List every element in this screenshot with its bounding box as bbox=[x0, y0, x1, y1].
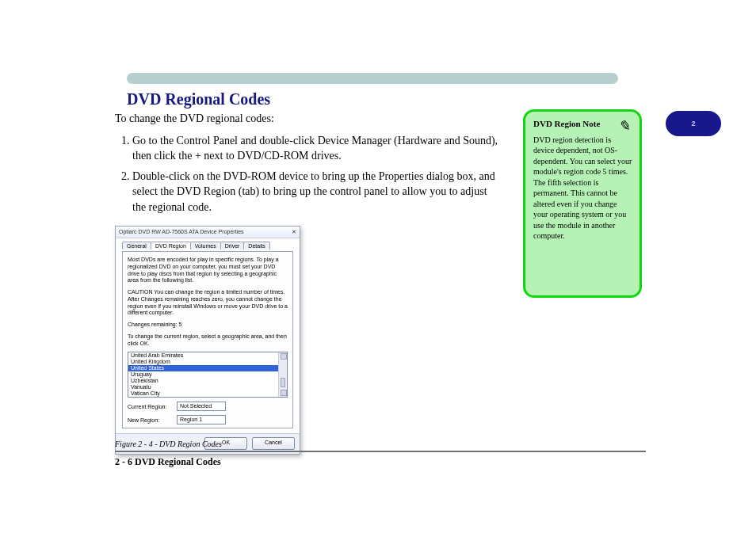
close-icon[interactable]: ✕ bbox=[292, 227, 296, 238]
list-item[interactable]: Uzbekistan bbox=[128, 378, 287, 384]
current-region-label: Current Region: bbox=[128, 404, 177, 409]
tab-content: Most DVDs are encoded for play in specif… bbox=[122, 251, 293, 428]
body-intro: To change the DVD regional codes: bbox=[115, 111, 503, 127]
tab-driver[interactable]: Driver bbox=[220, 242, 245, 249]
sidebar-note: ✎ DVD Region Note DVD region detection i… bbox=[523, 109, 642, 298]
tab-details[interactable]: Details bbox=[243, 242, 269, 249]
new-region-label: New Region: bbox=[128, 417, 177, 423]
list-item[interactable]: United States bbox=[128, 365, 287, 371]
list-item[interactable]: United Arab Emirates bbox=[128, 352, 287, 359]
header-divider bbox=[127, 73, 618, 84]
scrollbar[interactable] bbox=[278, 352, 287, 397]
dialog-title-text: Optiarc DVD RW AD-7560S ATA Device Prope… bbox=[119, 227, 244, 238]
list-item[interactable]: United Kingdom bbox=[128, 359, 287, 365]
new-region-value: Region 1 bbox=[177, 415, 226, 424]
dvd-properties-dialog: Optiarc DVD RW AD-7560S ATA Device Prope… bbox=[115, 226, 300, 455]
current-region-value: Not Selected bbox=[177, 402, 226, 411]
pen-icon: ✎ bbox=[618, 116, 630, 135]
dialog-change-instruction: To change the current region, select a g… bbox=[128, 333, 288, 348]
note-body: DVD region detection is device dependent… bbox=[533, 135, 633, 242]
dialog-caution: CAUTION You can change the region a limi… bbox=[128, 289, 288, 317]
footer-rule bbox=[115, 447, 646, 452]
dialog-intro: Most DVDs are encoded for play in specif… bbox=[128, 257, 288, 284]
scrollbar-thumb[interactable] bbox=[281, 378, 285, 387]
step-1: Go to the Control Panel and double-click… bbox=[132, 133, 503, 164]
tab-volumes[interactable]: Volumes bbox=[190, 242, 221, 249]
list-item[interactable]: Vanuatu bbox=[128, 384, 287, 390]
chapter-pill: 2 bbox=[666, 111, 721, 136]
page-number: 2 - 6 DVD Regional Codes bbox=[115, 456, 221, 468]
dialog-changes-remaining: Changes remaining: 5 bbox=[128, 322, 288, 329]
dialog-titlebar: Optiarc DVD RW AD-7560S ATA Device Prope… bbox=[116, 227, 300, 238]
tab-general[interactable]: General bbox=[122, 242, 151, 249]
list-item[interactable]: Uruguay bbox=[128, 371, 287, 378]
dialog-tabs: General DVD Region Volumes Driver Detail… bbox=[122, 242, 293, 249]
steps-list: Go to the Control Panel and double-click… bbox=[132, 133, 503, 215]
body-text: To change the DVD regional codes: Go to … bbox=[115, 111, 503, 220]
page-title: DVD Regional Codes bbox=[127, 90, 270, 109]
tab-dvd-region[interactable]: DVD Region bbox=[151, 242, 191, 249]
list-item[interactable]: Vatican City bbox=[128, 390, 287, 397]
step-2: Double-click on the DVD-ROM device to br… bbox=[132, 169, 503, 215]
region-listbox[interactable]: United Arab Emirates United Kingdom Unit… bbox=[128, 352, 288, 398]
